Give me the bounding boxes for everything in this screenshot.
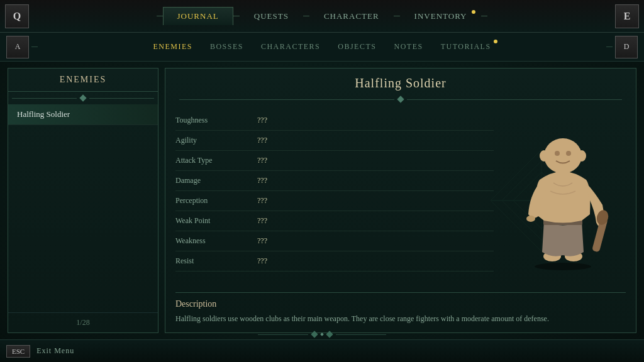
stat-value-agility: ??? [257,136,267,145]
nav-separator-1 [233,16,240,16]
tab-quests[interactable]: QUESTS [240,7,303,26]
nav-separator-4 [481,16,487,16]
left-panel: ENEMIES Halfling Soldier 1/28 [8,68,158,333]
exit-menu-label: Exit Menu [36,346,74,356]
enemies-counter: 1/28 [8,312,158,332]
e-button[interactable]: E [615,4,639,28]
stat-label-resist: Resist [175,256,245,266]
enemy-name: Halfling Soldier [175,76,626,90]
stat-row-attack-type: Attack Type ??? [175,151,494,171]
q-button[interactable]: Q [5,4,29,28]
enemy-list: Halfling Soldier [8,104,158,312]
enemy-figure [509,123,616,274]
main-content: ENEMIES Halfling Soldier 1/28 Halfling S… [0,62,644,339]
nav-separator-0 [157,16,163,16]
stat-value-damage: ??? [257,176,267,185]
stats-area: Toughness ??? Agility ??? Attack Type ??… [175,106,626,292]
svg-point-7 [535,263,591,270]
description-area: Description Halfling soldiers use wooden… [175,292,626,325]
stat-label-toughness: Toughness [175,116,245,125]
nav-separator-3 [394,16,400,16]
inventory-notification [472,10,475,14]
tab-bosses[interactable]: BOSSES [209,40,245,54]
svg-point-16 [577,150,586,162]
stat-label-attack-type: Attack Type [175,156,245,165]
ornament-diamond-2 [326,331,333,337]
stat-row-damage: Damage ??? [175,171,494,191]
next-tab-button[interactable]: D [615,36,638,58]
sec-separator-right [606,47,613,47]
stat-value-perception: ??? [257,196,267,206]
svg-point-14 [566,151,571,156]
stat-label-perception: Perception [175,196,245,206]
enemy-image-area [500,106,626,292]
stat-row-weak-point: Weak Point ??? [175,211,494,231]
tab-tutorials[interactable]: TUTORIALS [440,40,492,54]
right-panel: Halfling Soldier To [165,68,636,333]
stats-list: Toughness ??? Agility ??? Attack Type ??… [175,106,494,292]
tab-inventory[interactable]: INVENTORY [400,7,482,26]
stat-label-weak-point: Weak Point [175,216,245,226]
tab-characters[interactable]: CHARACTERS [260,40,321,54]
list-item[interactable]: Halfling Soldier [8,104,158,125]
stat-label-agility: Agility [175,136,245,145]
nav-tabs: JOURNAL QUESTS CHARACTER INVENTORY [29,4,615,28]
tab-notes[interactable]: NOTES [392,40,424,54]
ornament-line-left [258,334,308,335]
ornament-diamond-small [320,332,324,336]
tab-objects[interactable]: OBJECTS [336,40,377,54]
top-nav: Q JOURNAL QUESTS CHARACTER INVENTORY E [0,0,644,33]
bottom-bar: ESC Exit Menu [0,339,644,362]
tab-journal[interactable]: JOURNAL [163,7,233,25]
stat-value-weak-point: ??? [257,216,267,226]
stat-label-damage: Damage [175,176,245,185]
secondary-tabs: ENEMIES BOSSES CHARACTERS OBJECTS NOTES … [40,40,604,54]
ornament-line-right [336,334,386,335]
ornament-diamond [311,331,318,337]
ui-root: Q JOURNAL QUESTS CHARACTER INVENTORY E [0,0,644,362]
stat-row-agility: Agility ??? [175,131,494,151]
stat-row-toughness: Toughness ??? [175,111,494,131]
bottom-ornament [258,332,386,337]
sec-separator-left [31,47,38,47]
svg-point-13 [555,151,560,156]
diamond-icon [79,94,86,101]
description-title: Description [175,299,626,309]
stat-row-perception: Perception ??? [175,191,494,211]
esc-button[interactable]: ESC [6,345,30,358]
stat-label-weakness: Weakness [175,236,245,246]
svg-point-19 [526,216,535,222]
stat-value-weakness: ??? [257,236,267,246]
tutorials-notification [494,40,497,43]
svg-point-12 [544,138,582,173]
stat-value-toughness: ??? [257,116,267,125]
nav-separator-2 [303,16,309,16]
stat-row-resist: Resist ??? [175,251,494,272]
right-panel-divider [175,93,626,106]
stat-value-resist: ??? [257,256,267,266]
description-text: Halfling soldiers use wooden clubs as th… [175,313,626,325]
diamond-icon-right [397,96,404,102]
svg-point-15 [540,150,548,162]
left-panel-divider [8,92,158,104]
enemies-header: ENEMIES [8,69,158,92]
tab-character[interactable]: CHARACTER [309,7,394,26]
stat-value-attack-type: ??? [257,156,267,165]
prev-tab-button[interactable]: A [6,36,29,58]
tab-enemies[interactable]: ENEMIES [152,40,194,54]
secondary-nav: A ENEMIES BOSSES CHARACTERS OBJECTS NOTE… [0,33,644,62]
stat-row-weakness: Weakness ??? [175,231,494,251]
